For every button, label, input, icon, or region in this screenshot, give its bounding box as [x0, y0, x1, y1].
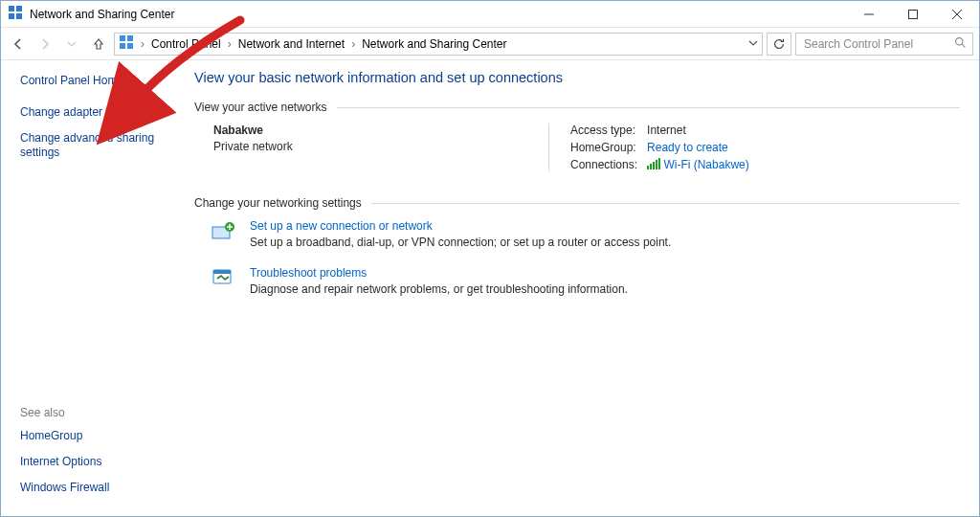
window: Network and Sharing Center	[0, 0, 980, 517]
troubleshoot-icon	[210, 266, 236, 291]
close-button[interactable]	[935, 1, 979, 27]
divider	[371, 203, 960, 204]
main-content: View your basic network information and …	[189, 60, 979, 516]
divider	[337, 107, 960, 108]
connection-link[interactable]: Wi-Fi (Nabakwe)	[647, 158, 749, 171]
back-button[interactable]	[7, 33, 30, 56]
change-advanced-sharing-link[interactable]: Change advanced sharing settings	[20, 131, 181, 160]
svg-rect-5	[909, 10, 918, 18]
refresh-button[interactable]	[767, 33, 791, 56]
option-link[interactable]: Troubleshoot problems	[250, 266, 367, 280]
section-label: Change your networking settings	[194, 196, 362, 210]
homegroup-link[interactable]: Ready to create	[647, 141, 728, 154]
address-icon	[119, 34, 134, 53]
chevron-right-icon[interactable]: ›	[137, 37, 148, 51]
option-description: Set up a broadband, dial-up, or VPN conn…	[250, 236, 671, 249]
minimize-button[interactable]	[847, 1, 891, 27]
wifi-signal-icon	[647, 158, 660, 169]
up-button[interactable]	[87, 33, 110, 56]
option-description: Diagnose and repair network problems, or…	[250, 282, 628, 296]
search-icon	[954, 36, 967, 52]
see-also-label: See also	[20, 406, 181, 419]
search-input[interactable]	[802, 36, 954, 52]
chevron-right-icon[interactable]: ›	[224, 37, 235, 51]
connections-label: Connections:	[570, 158, 637, 171]
svg-line-13	[962, 44, 965, 47]
maximize-button[interactable]	[891, 1, 935, 27]
body: Control Panel Home Change adapter settin…	[1, 60, 979, 516]
breadcrumb-item[interactable]: Network and Sharing Center	[362, 37, 506, 51]
network-type: Private network	[213, 140, 548, 153]
svg-rect-10	[120, 43, 125, 49]
new-connection-icon	[210, 219, 236, 244]
active-network-row: Nabakwe Private network Access type: Int…	[194, 124, 960, 171]
section-label: View your active networks	[194, 101, 327, 114]
see-also-windows-firewall[interactable]: Windows Firewall	[20, 481, 181, 495]
option-setup-connection[interactable]: Set up a new connection or network Set u…	[210, 219, 960, 249]
control-panel-home-link[interactable]: Control Panel Home	[20, 74, 181, 88]
svg-rect-1	[16, 6, 22, 11]
chevron-right-icon[interactable]: ›	[347, 37, 359, 51]
app-icon	[8, 5, 23, 23]
address-bar[interactable]: › Control Panel › Network and Internet ›…	[114, 33, 763, 56]
see-also-homegroup[interactable]: HomeGroup	[20, 429, 181, 443]
option-link[interactable]: Set up a new connection or network	[250, 219, 433, 233]
active-networks-header: View your active networks	[194, 101, 960, 114]
svg-rect-17	[213, 270, 231, 274]
change-settings-header: Change your networking settings	[194, 196, 960, 210]
see-also-internet-options[interactable]: Internet Options	[20, 455, 181, 469]
svg-point-12	[956, 37, 963, 44]
breadcrumb-item[interactable]: Network and Internet	[238, 37, 345, 51]
recent-locations-button[interactable]	[60, 33, 83, 56]
titlebar: Network and Sharing Center	[1, 1, 979, 28]
svg-rect-8	[120, 35, 125, 41]
access-type-label: Access type:	[570, 124, 637, 137]
page-title: View your basic network information and …	[194, 70, 960, 85]
homegroup-label: HomeGroup:	[570, 141, 637, 154]
access-type-value: Internet	[647, 124, 749, 137]
change-adapter-settings-link[interactable]: Change adapter settings	[20, 105, 181, 120]
sidebar: Control Panel Home Change adapter settin…	[1, 60, 189, 516]
forward-button[interactable]	[33, 33, 56, 56]
nav-row: › Control Panel › Network and Internet ›…	[1, 28, 979, 60]
svg-rect-2	[9, 13, 14, 19]
address-history-button[interactable]	[748, 37, 758, 51]
svg-rect-9	[127, 35, 133, 41]
svg-rect-11	[127, 43, 133, 49]
svg-rect-3	[16, 13, 22, 19]
option-troubleshoot[interactable]: Troubleshoot problems Diagnose and repai…	[210, 266, 960, 296]
svg-rect-0	[9, 6, 14, 11]
breadcrumb-item[interactable]: Control Panel	[151, 37, 221, 51]
network-name: Nabakwe	[213, 124, 548, 137]
search-box[interactable]	[795, 33, 973, 56]
window-title: Network and Sharing Center	[30, 8, 847, 21]
connection-link-text: Wi-Fi (Nabakwe)	[663, 158, 748, 171]
